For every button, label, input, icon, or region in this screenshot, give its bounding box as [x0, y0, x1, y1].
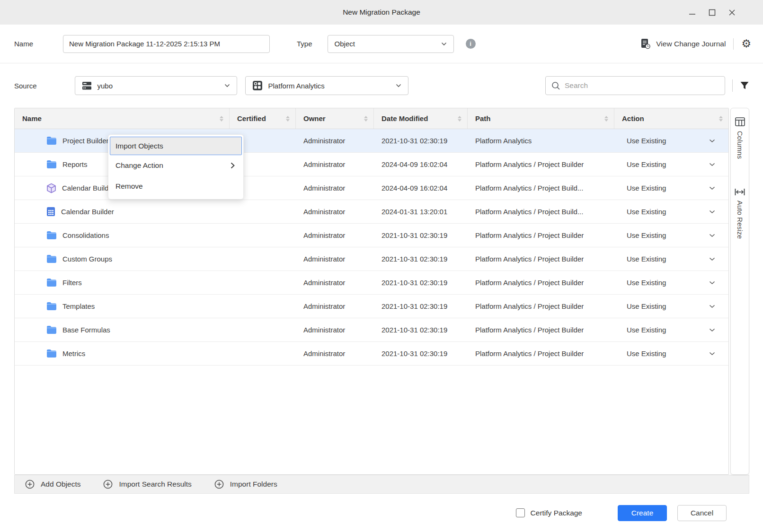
action-dropdown[interactable]: Use Existing [614, 279, 728, 287]
table-row[interactable]: Templates Administrator 2021-10-31 02:30… [15, 295, 728, 318]
table-row[interactable]: Metrics Administrator 2021-10-31 02:30:1… [15, 342, 728, 366]
auto-resize-label: Auto Resize [736, 201, 744, 239]
source-project-dropdown[interactable]: Platform Analytics [245, 76, 408, 95]
minimize-button[interactable] [689, 9, 696, 16]
table-side-panel: Columns Auto Resize [730, 108, 749, 475]
table-row[interactable]: Custom Groups Administrator 2021-10-31 0… [15, 247, 728, 271]
column-header-name[interactable]: Name [15, 108, 230, 129]
import-folders-button[interactable]: Import Folders [214, 480, 277, 489]
chevron-down-icon [709, 281, 715, 285]
action-dropdown[interactable]: Use Existing [614, 302, 728, 310]
type-select-value: Object [335, 40, 441, 48]
column-header-date-modified[interactable]: Date Modified [374, 108, 468, 129]
cell-date-modified: 2024-04-09 16:02:04 [374, 160, 468, 168]
chevron-down-icon [396, 84, 401, 87]
column-header-owner[interactable]: Owner [296, 108, 374, 129]
menu-item-remove[interactable]: Remove [108, 176, 243, 197]
cancel-button[interactable]: Cancel [677, 505, 727, 521]
folder-icon [46, 160, 57, 169]
table-row[interactable]: Calendar Builder Administrator 2024-01-3… [15, 200, 728, 224]
column-header-action[interactable]: Action [614, 108, 728, 129]
chevron-down-icon [441, 42, 447, 46]
search-box[interactable] [545, 76, 725, 95]
action-dropdown[interactable]: Use Existing [614, 231, 728, 239]
context-menu: Import Objects Change Action Remove [108, 134, 244, 200]
action-dropdown[interactable]: Use Existing [614, 255, 728, 263]
menu-item-change-action[interactable]: Change Action [108, 155, 243, 176]
server-icon [82, 81, 92, 90]
object-name: Base Formulas [62, 326, 110, 334]
create-button[interactable]: Create [618, 505, 667, 521]
folder-icon [46, 231, 57, 240]
cell-date-modified: 2021-10-31 02:30:19 [374, 231, 468, 239]
cell-path: Platform Analytics / Project Builder [468, 160, 614, 168]
search-input[interactable] [565, 81, 719, 90]
columns-icon [735, 117, 745, 126]
info-icon[interactable]: i [466, 39, 476, 49]
object-name: Templates [62, 302, 95, 310]
cell-owner: Administrator [296, 137, 374, 145]
object-name: Calendar Builder [62, 184, 115, 192]
action-dropdown[interactable]: Use Existing [614, 349, 728, 358]
action-dropdown[interactable]: Use Existing [614, 137, 728, 145]
chevron-down-icon [709, 305, 715, 308]
table-row[interactable]: Filters Administrator 2021-10-31 02:30:1… [15, 271, 728, 295]
cell-owner: Administrator [296, 349, 374, 358]
cell-path: Platform Analytics / Project Builder [468, 302, 614, 310]
filter-icon[interactable] [740, 81, 749, 90]
cell-name: Templates [15, 302, 230, 311]
cell-name: Base Formulas [15, 325, 230, 334]
columns-button[interactable]: Columns [735, 117, 745, 159]
cell-owner: Administrator [296, 184, 374, 192]
action-value: Use Existing [627, 349, 666, 358]
action-value: Use Existing [627, 231, 666, 239]
chevron-down-icon [709, 352, 715, 356]
view-change-journal-button[interactable]: View Change Journal [641, 38, 726, 49]
action-dropdown[interactable]: Use Existing [614, 160, 728, 168]
table-row[interactable]: Base Formulas Administrator 2021-10-31 0… [15, 318, 728, 342]
action-dropdown[interactable]: Use Existing [614, 326, 728, 334]
source-row: Source yubo Platform Analytics [0, 63, 763, 108]
column-header-path[interactable]: Path [468, 108, 614, 129]
cell-owner: Administrator [296, 279, 374, 287]
source-server-dropdown[interactable]: yubo [75, 76, 237, 95]
settings-gear-icon[interactable]: ⚙ [741, 38, 751, 49]
object-name: Reports [62, 160, 88, 168]
cell-path: Platform Analytics / Project Builder [468, 349, 614, 358]
table-header: Name Certified Owner Date Modified Path [15, 108, 728, 129]
bottom-action-bar: Add Objects Import Search Results Import… [14, 475, 749, 494]
certify-package-checkbox[interactable] [516, 508, 525, 517]
action-value: Use Existing [627, 208, 666, 216]
cell-date-modified: 2024-01-31 13:20:01 [374, 208, 468, 216]
object-name: Filters [62, 279, 82, 287]
package-name-input[interactable] [63, 35, 270, 53]
action-dropdown[interactable]: Use Existing [614, 208, 728, 216]
auto-resize-icon [735, 188, 745, 196]
column-header-certified[interactable]: Certified [230, 108, 296, 129]
table-row[interactable]: Consolidations Administrator 2021-10-31 … [15, 224, 728, 247]
cell-date-modified: 2021-10-31 02:30:19 [374, 302, 468, 310]
cell-date-modified: 2021-10-31 02:30:19 [374, 326, 468, 334]
action-dropdown[interactable]: Use Existing [614, 184, 728, 192]
maximize-button[interactable] [709, 9, 716, 16]
sort-icon [719, 116, 723, 122]
cell-owner: Administrator [296, 231, 374, 239]
cell-date-modified: 2021-10-31 02:30:19 [374, 255, 468, 263]
sort-icon [220, 116, 223, 122]
columns-label: Columns [736, 131, 744, 159]
auto-resize-button[interactable]: Auto Resize [735, 188, 745, 239]
source-project-value: Platform Analytics [268, 82, 396, 90]
dialog-title: New Migration Package [343, 8, 420, 17]
view-change-journal-label: View Change Journal [656, 40, 726, 48]
import-search-results-button[interactable]: Import Search Results [103, 480, 191, 489]
name-label: Name [14, 40, 33, 48]
type-select[interactable]: Object [328, 35, 454, 53]
cell-path: Platform Analytics / Project Builder [468, 279, 614, 287]
add-objects-button[interactable]: Add Objects [25, 480, 80, 489]
action-value: Use Existing [627, 255, 666, 263]
cell-name: Custom Groups [15, 254, 230, 263]
cell-path: Platform Analytics / Project Builder [468, 231, 614, 239]
close-button[interactable] [728, 9, 736, 16]
menu-item-import-objects[interactable]: Import Objects [110, 137, 242, 155]
source-label: Source [14, 82, 37, 90]
